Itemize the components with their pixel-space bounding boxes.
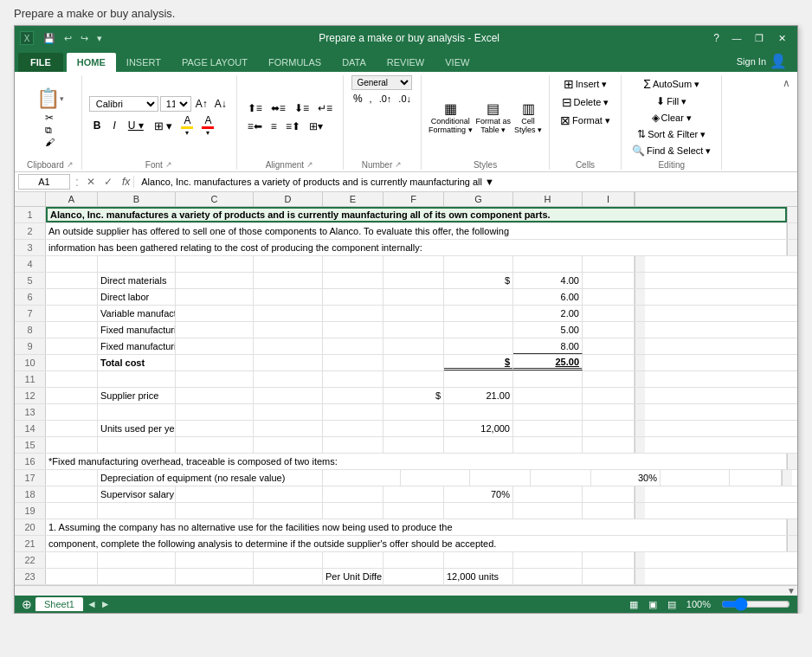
cell-a10[interactable] xyxy=(46,355,98,370)
cell-b17[interactable]: Depreciation of equipment (no resale val… xyxy=(98,470,323,486)
cell-i5[interactable] xyxy=(583,273,635,288)
cell-c7[interactable] xyxy=(176,306,254,321)
cell-e23[interactable]: Per Unit Differential Cost xyxy=(323,569,383,584)
row-num-16[interactable]: 16 xyxy=(15,454,46,469)
cell-a3[interactable]: information has been gathered relating t… xyxy=(46,240,787,255)
undo-quick-btn[interactable]: ↩ xyxy=(61,32,74,45)
font-color-button[interactable]: A ▾ xyxy=(199,113,216,138)
cell-i9[interactable] xyxy=(583,338,635,354)
tab-view[interactable]: VIEW xyxy=(435,53,480,72)
cell-b14[interactable]: Units used per year xyxy=(98,421,176,436)
row-num-3[interactable]: 3 xyxy=(15,240,46,255)
row-num-1[interactable]: 1 xyxy=(15,207,46,222)
row-num-13[interactable]: 13 xyxy=(15,404,46,420)
tab-home[interactable]: HOME xyxy=(67,53,116,72)
cell-c9[interactable] xyxy=(176,338,254,354)
col-header-b[interactable]: B xyxy=(98,192,176,206)
scroll-sheets-left[interactable]: ◄ xyxy=(87,598,97,610)
cell-f6[interactable] xyxy=(383,289,444,305)
cell-b5[interactable]: Direct materials xyxy=(98,273,176,288)
cell-b4[interactable] xyxy=(98,256,176,272)
increase-decimal-btn[interactable]: .0↑ xyxy=(377,93,395,105)
add-sheet-btn[interactable]: ⊕ xyxy=(22,597,32,611)
cell-a7[interactable] xyxy=(46,306,98,321)
cell-a2[interactable]: An outside supplier has offered to sell … xyxy=(46,223,787,239)
cell-b8[interactable]: Fixed manufacturing overhead, traceable* xyxy=(98,322,176,338)
cell-g9[interactable] xyxy=(444,338,513,354)
confirm-formula-btn[interactable]: ✓ xyxy=(101,175,115,189)
cell-g6[interactable] xyxy=(444,289,513,305)
cell-d4[interactable] xyxy=(254,256,323,272)
cell-c8[interactable] xyxy=(176,322,254,338)
fill-color-button[interactable]: A ▾ xyxy=(178,113,196,138)
cell-styles-btn[interactable]: ▥ Cell Styles ▾ xyxy=(514,100,542,134)
row-num-20[interactable]: 20 xyxy=(15,519,46,535)
quick-dropdown-btn[interactable]: ▾ xyxy=(94,32,105,45)
row-num-5[interactable]: 5 xyxy=(15,273,46,288)
tab-file[interactable]: FILE xyxy=(18,53,63,72)
left-align-btn[interactable]: ≡⬅ xyxy=(244,118,266,135)
cell-f10[interactable] xyxy=(383,355,444,370)
cell-d8[interactable] xyxy=(254,322,323,338)
cell-b12[interactable]: Supplier price xyxy=(98,388,176,403)
cell-g23[interactable]: 12,000 units xyxy=(444,569,513,584)
font-size-select[interactable]: 11 xyxy=(160,96,191,112)
cell-a5[interactable] xyxy=(46,273,98,288)
alignment-expand[interactable]: ↗ xyxy=(306,160,314,169)
font-name-select[interactable]: Calibri xyxy=(89,96,158,112)
cell-i6[interactable] xyxy=(583,289,635,305)
row-num-6[interactable]: 6 xyxy=(15,289,46,305)
top-align-btn[interactable]: ⬆≡ xyxy=(244,100,266,117)
cell-b18[interactable]: Supervisor salary xyxy=(98,486,176,502)
cell-g18[interactable]: 70% xyxy=(444,486,513,502)
zoom-slider[interactable] xyxy=(721,597,790,611)
cell-a8[interactable] xyxy=(46,322,98,338)
row-num-2[interactable]: 2 xyxy=(15,223,46,239)
underline-button[interactable]: U ▾ xyxy=(124,118,148,133)
row-num-14[interactable]: 14 xyxy=(15,421,46,436)
cell-h8[interactable]: 5.00 xyxy=(513,322,583,338)
find-select-btn[interactable]: 🔍 Find & Select ▾ xyxy=(628,143,714,158)
help-btn[interactable]: ? xyxy=(713,32,719,44)
cell-d7[interactable] xyxy=(254,306,323,321)
cell-b10[interactable]: Total cost xyxy=(98,355,176,370)
fill-btn[interactable]: ⬇ Fill ▾ xyxy=(653,93,690,109)
sign-in-btn[interactable]: Sign In 👤 xyxy=(730,50,794,72)
merge-btn[interactable]: ⊞▾ xyxy=(306,118,326,135)
autosum-btn[interactable]: Σ AutoSum ▾ xyxy=(640,75,703,93)
cell-c5[interactable] xyxy=(176,273,254,288)
col-header-g[interactable]: G xyxy=(444,192,513,206)
scroll-sheets-right[interactable]: ► xyxy=(100,598,111,610)
row-num-17[interactable]: 17 xyxy=(15,470,46,486)
cell-a16[interactable]: *Fixed manufacturing overhead, traceable… xyxy=(46,454,787,469)
percent-btn[interactable]: % xyxy=(351,92,365,106)
row-num-21[interactable]: 21 xyxy=(15,536,46,551)
number-expand[interactable]: ↗ xyxy=(394,160,403,169)
row-num-10[interactable]: 10 xyxy=(15,355,46,370)
cell-i7[interactable] xyxy=(583,306,635,321)
font-expand[interactable]: ↗ xyxy=(164,160,173,169)
row-num-8[interactable]: 8 xyxy=(15,322,46,338)
cell-d5[interactable] xyxy=(254,273,323,288)
cell-g10[interactable]: $ xyxy=(444,355,513,370)
cell-g12[interactable]: 21.00 xyxy=(444,388,513,403)
scroll-down-indicator[interactable]: ▼ xyxy=(787,586,796,596)
cell-h10[interactable]: 25.00 xyxy=(513,355,583,370)
border-button[interactable]: ⊞ ▾ xyxy=(151,119,176,133)
col-header-h[interactable]: H xyxy=(513,192,583,206)
clipboard-expand[interactable]: ↗ xyxy=(66,160,74,169)
view-layout-btn[interactable]: ▣ xyxy=(648,599,657,610)
col-header-i[interactable]: I xyxy=(583,192,635,206)
collapse-ribbon-btn[interactable]: ∧ xyxy=(781,75,792,170)
right-align-btn[interactable]: ≡⬆ xyxy=(282,118,304,135)
cell-c4[interactable] xyxy=(176,256,254,272)
col-header-c[interactable]: C xyxy=(176,192,254,206)
cell-e10[interactable] xyxy=(323,355,383,370)
cell-f9[interactable] xyxy=(383,338,444,354)
row-num-22[interactable]: 22 xyxy=(15,552,46,568)
redo-quick-btn[interactable]: ↪ xyxy=(78,32,91,45)
row-num-15[interactable]: 15 xyxy=(15,437,46,453)
cell-g7[interactable] xyxy=(444,306,513,321)
cell-a1[interactable]: Alanco, Inc. manufactures a variety of p… xyxy=(46,207,787,222)
insert-cells-btn[interactable]: ⊞ Insert ▾ xyxy=(560,75,611,93)
